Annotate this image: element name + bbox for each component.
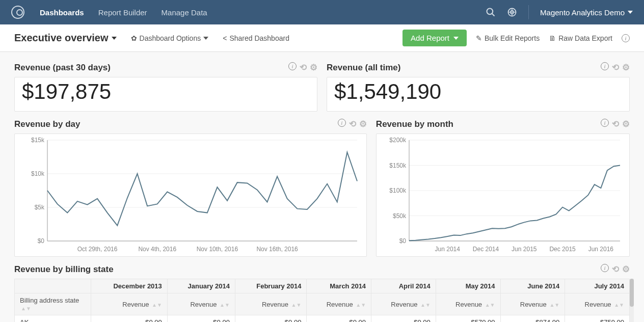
refresh-icon[interactable]: ⟲ bbox=[612, 264, 619, 275]
card-title: Revenue by billing state bbox=[14, 264, 114, 275]
card-revenue-by-month: Revenue by month i ⟲ Revenue$0$50k$100k$… bbox=[376, 117, 630, 257]
file-icon: 🗎 bbox=[549, 34, 556, 42]
column-header[interactable]: February 2014 bbox=[235, 279, 307, 293]
sub-header[interactable]: Revenue ▲▼ bbox=[167, 293, 235, 315]
state-cell: AK bbox=[15, 315, 91, 323]
svg-text:$100k: $100k bbox=[389, 187, 407, 194]
help-icon[interactable] bbox=[507, 7, 517, 17]
svg-text:$200k: $200k bbox=[389, 137, 407, 144]
svg-line-1 bbox=[492, 14, 495, 16]
gear-icon[interactable] bbox=[359, 119, 367, 129]
nav-report-builder[interactable]: Report Builder bbox=[98, 8, 147, 17]
svg-text:$0: $0 bbox=[399, 237, 407, 245]
chevron-down-icon bbox=[203, 37, 208, 40]
gear-icon[interactable] bbox=[622, 119, 630, 129]
info-icon[interactable]: i bbox=[601, 264, 609, 272]
account-menu[interactable]: Magento Analytics Demo bbox=[540, 8, 633, 17]
svg-text:Nov 4th, 2016: Nov 4th, 2016 bbox=[138, 246, 176, 253]
chevron-down-icon bbox=[628, 11, 633, 14]
column-header[interactable]: May 2014 bbox=[436, 279, 500, 293]
gear-icon[interactable] bbox=[622, 264, 630, 275]
table-scrollbar[interactable] bbox=[630, 279, 634, 322]
svg-text:Jun 2014: Jun 2014 bbox=[435, 246, 460, 253]
value-cell: $0.00 bbox=[91, 315, 168, 323]
search-icon[interactable] bbox=[486, 7, 496, 17]
refresh-icon[interactable]: ⟲ bbox=[349, 119, 356, 129]
account-name: Magento Analytics Demo bbox=[540, 8, 625, 17]
column-header[interactable]: January 2014 bbox=[167, 279, 235, 293]
dashboard-toolbar: Executive overview ✿ Dashboard Options <… bbox=[0, 24, 644, 52]
kpi-value: $1,549,190 bbox=[327, 77, 629, 111]
kpi-value: $197,875 bbox=[15, 77, 317, 111]
primary-nav: Dashboards Report Builder Manage Data bbox=[40, 8, 207, 17]
svg-text:$0: $0 bbox=[38, 237, 45, 245]
sub-header[interactable]: Revenue ▲▼ bbox=[565, 293, 630, 315]
sub-header[interactable]: Revenue ▲▼ bbox=[500, 293, 565, 315]
svg-text:Nov 16th, 2016: Nov 16th, 2016 bbox=[256, 246, 298, 253]
svg-text:Jun 2016: Jun 2016 bbox=[588, 246, 614, 253]
refresh-icon[interactable]: ⟲ bbox=[612, 62, 619, 73]
card-revenue-by-state: Revenue by billing state i ⟲ December 20… bbox=[14, 262, 630, 322]
column-header[interactable]: June 2014 bbox=[500, 279, 565, 293]
svg-text:Dec 2014: Dec 2014 bbox=[473, 246, 499, 253]
raw-export-link[interactable]: 🗎 Raw Data Export bbox=[549, 34, 612, 42]
gear-icon[interactable] bbox=[310, 62, 317, 73]
nav-divider bbox=[528, 5, 529, 19]
line-chart: Revenue$0$5k$10k$15kOct 29th, 2016Nov 4t… bbox=[17, 136, 362, 254]
card-title: Revenue (past 30 days) bbox=[14, 63, 111, 73]
svg-text:$5k: $5k bbox=[35, 204, 45, 211]
shared-dashboard[interactable]: < Shared Dashboard bbox=[223, 34, 289, 42]
dashboard-options[interactable]: ✿ Dashboard Options bbox=[131, 34, 209, 42]
revenue-state-table: December 2013January 2014February 2014Ma… bbox=[14, 279, 630, 322]
sub-header[interactable]: Revenue ▲▼ bbox=[436, 293, 500, 315]
svg-text:Nov 10th, 2016: Nov 10th, 2016 bbox=[197, 246, 238, 253]
sub-header[interactable]: Revenue ▲▼ bbox=[307, 293, 371, 315]
share-icon: < bbox=[223, 34, 227, 42]
value-cell: $0.00 bbox=[371, 315, 436, 323]
svg-text:$15k: $15k bbox=[31, 137, 45, 144]
gear-icon[interactable] bbox=[622, 62, 630, 73]
value-cell: $0.00 bbox=[307, 315, 371, 323]
value-cell: $759.00 bbox=[565, 315, 630, 323]
value-cell: $874.00 bbox=[500, 315, 565, 323]
table-row: AK$0.00$0.00$0.00$0.00$0.00$570.00$874.0… bbox=[15, 315, 630, 323]
gear-icon: ✿ bbox=[131, 34, 137, 42]
edit-icon: ✎ bbox=[476, 34, 482, 42]
info-icon[interactable]: i bbox=[622, 34, 630, 42]
svg-text:Oct 29th, 2016: Oct 29th, 2016 bbox=[77, 246, 118, 253]
dashboard-switcher[interactable]: Executive overview bbox=[14, 32, 117, 44]
column-header[interactable]: April 2014 bbox=[371, 279, 436, 293]
line-chart: Revenue$0$50k$100k$150k$200kJun 2014Dec … bbox=[379, 136, 625, 254]
info-icon[interactable]: i bbox=[601, 119, 609, 127]
info-icon[interactable]: i bbox=[288, 62, 297, 70]
sub-header[interactable]: Revenue ▲▼ bbox=[371, 293, 436, 315]
info-icon[interactable]: i bbox=[601, 62, 609, 70]
card-revenue-30d: Revenue (past 30 days) i ⟲ $197,875 bbox=[14, 60, 317, 112]
column-header[interactable]: July 2014 bbox=[565, 279, 630, 293]
value-cell: $570.00 bbox=[436, 315, 500, 323]
refresh-icon[interactable]: ⟲ bbox=[612, 119, 619, 129]
svg-text:$150k: $150k bbox=[389, 162, 407, 169]
row-header-column[interactable]: Billing address state ▲▼ bbox=[15, 293, 91, 315]
info-icon[interactable]: i bbox=[338, 119, 346, 127]
svg-text:Dec 2015: Dec 2015 bbox=[549, 246, 576, 253]
dashboard-title: Executive overview bbox=[14, 32, 109, 44]
brand-logo[interactable] bbox=[11, 6, 24, 19]
value-cell: $0.00 bbox=[167, 315, 235, 323]
sub-header[interactable]: Revenue ▲▼ bbox=[91, 293, 168, 315]
svg-text:$50k: $50k bbox=[393, 212, 407, 220]
add-report-button[interactable]: Add Report bbox=[403, 30, 467, 46]
svg-point-0 bbox=[487, 9, 493, 15]
bulk-edit-link[interactable]: ✎ Bulk Edit Reports bbox=[476, 34, 540, 42]
column-header[interactable]: December 2013 bbox=[91, 279, 168, 293]
nav-manage-data[interactable]: Manage Data bbox=[162, 8, 207, 17]
chevron-down-icon bbox=[453, 37, 459, 40]
column-header[interactable]: March 2014 bbox=[307, 279, 371, 293]
nav-dashboards[interactable]: Dashboards bbox=[40, 8, 84, 17]
sub-header[interactable]: Revenue ▲▼ bbox=[235, 293, 307, 315]
top-nav: Dashboards Report Builder Manage Data Ma… bbox=[0, 0, 644, 24]
card-title: Revenue (all time) bbox=[327, 63, 401, 73]
card-title: Revenue by month bbox=[376, 119, 453, 129]
refresh-icon[interactable]: ⟲ bbox=[300, 62, 307, 73]
card-title: Revenue by day bbox=[14, 119, 80, 129]
